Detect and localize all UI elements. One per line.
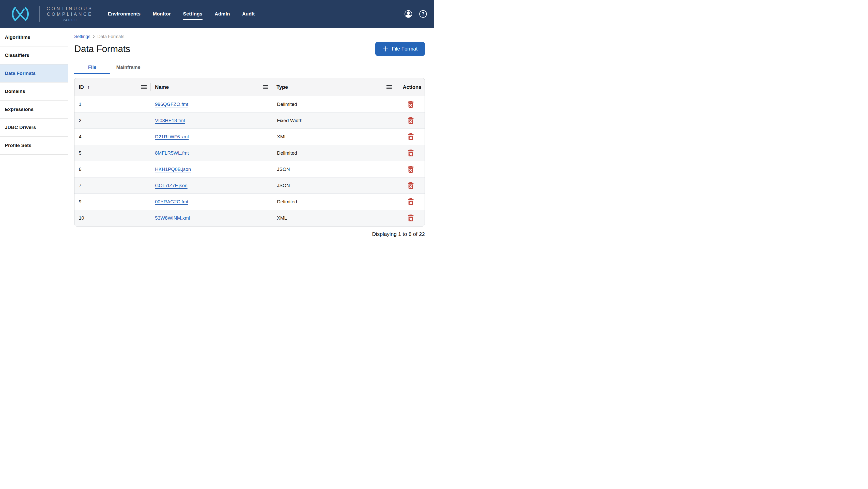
row-type: Delimited bbox=[277, 102, 297, 107]
svg-text:?: ? bbox=[422, 11, 424, 17]
cell-name: VI03HE18.fmt bbox=[151, 112, 272, 128]
add-button-label: File Format bbox=[392, 46, 417, 52]
nav-item-environments[interactable]: Environments bbox=[108, 10, 141, 18]
cell-name: GOL7IZ7F.json bbox=[151, 177, 272, 193]
sidebar-item-data-formats[interactable]: Data Formats bbox=[0, 64, 68, 83]
breadcrumb-settings-link[interactable]: Settings bbox=[74, 34, 90, 39]
top-navbar: CONTINUOUS COMPLIANCE 24.0.0.0 Environme… bbox=[0, 0, 434, 28]
page-title: Data Formats bbox=[74, 44, 130, 54]
nav-item-admin[interactable]: Admin bbox=[215, 10, 230, 18]
sidebar-item-jdbc-drivers[interactable]: JDBC Drivers bbox=[0, 119, 68, 137]
cell-id: 9 bbox=[74, 194, 151, 210]
delete-button[interactable] bbox=[407, 132, 415, 141]
row-name-link[interactable]: HKH1PQ0B.json bbox=[155, 167, 191, 172]
sort-ascending-icon[interactable]: ↑ bbox=[87, 84, 90, 90]
nav-item-audit[interactable]: Audit bbox=[242, 10, 255, 18]
row-id: 5 bbox=[79, 150, 82, 156]
table-row: 9 00YRAG2C.fmt Delimited bbox=[74, 194, 425, 210]
row-id: 10 bbox=[79, 215, 84, 221]
nav-item-settings[interactable]: Settings bbox=[183, 10, 203, 18]
cell-id: 4 bbox=[74, 129, 151, 145]
delete-button[interactable] bbox=[407, 165, 415, 174]
delete-button[interactable] bbox=[407, 100, 415, 109]
data-formats-table: ID ↑ Name Type bbox=[74, 78, 425, 226]
add-file-format-button[interactable]: File Format bbox=[375, 42, 425, 56]
row-type: Delimited bbox=[277, 150, 297, 156]
cell-id: 5 bbox=[74, 145, 151, 161]
cell-actions bbox=[396, 177, 425, 193]
pagination-status: Displaying 1 to 8 of 22 bbox=[74, 231, 425, 237]
column-menu-type-icon[interactable] bbox=[385, 84, 393, 90]
nav-item-monitor[interactable]: Monitor bbox=[153, 10, 171, 18]
column-menu-name-icon[interactable] bbox=[262, 84, 269, 90]
column-header-actions: Actions bbox=[396, 78, 425, 96]
table-row: 5 8MFLR5WL.fmt Delimited bbox=[74, 145, 425, 161]
sidebar: AlgorithmsClassifiersData FormatsDomains… bbox=[0, 28, 68, 244]
row-name-link[interactable]: VI03HE18.fmt bbox=[155, 118, 185, 123]
row-type: JSON bbox=[277, 167, 290, 172]
cell-actions bbox=[396, 96, 425, 112]
cell-actions bbox=[396, 129, 425, 145]
delete-button[interactable] bbox=[407, 181, 415, 190]
brand-divider bbox=[39, 6, 40, 22]
row-type: XML bbox=[277, 134, 287, 140]
cell-actions bbox=[396, 112, 425, 128]
row-id: 1 bbox=[79, 102, 82, 107]
cell-name: 996QGFZO.fmt bbox=[151, 96, 272, 112]
delete-button[interactable] bbox=[407, 214, 415, 223]
row-name-link[interactable]: GOL7IZ7F.json bbox=[155, 183, 188, 188]
sidebar-item-classifiers[interactable]: Classifiers bbox=[0, 46, 68, 64]
row-name-link[interactable]: D21RLWF6.xml bbox=[155, 134, 189, 140]
breadcrumb-current: Data Formats bbox=[97, 34, 124, 39]
tab-mainframe[interactable]: Mainframe bbox=[110, 61, 146, 74]
row-type: Fixed Width bbox=[277, 118, 302, 123]
tab-file[interactable]: File bbox=[74, 61, 110, 74]
row-type: XML bbox=[277, 215, 287, 221]
row-name-link[interactable]: 53W8WINM.xml bbox=[155, 215, 190, 221]
user-avatar-icon[interactable] bbox=[404, 10, 412, 18]
column-menu-id-icon[interactable] bbox=[140, 84, 148, 90]
sidebar-item-algorithms[interactable]: Algorithms bbox=[0, 28, 68, 46]
row-name-link[interactable]: 8MFLR5WL.fmt bbox=[155, 150, 189, 156]
version-label: 24.0.0.0 bbox=[63, 18, 76, 22]
cell-name: D21RLWF6.xml bbox=[151, 129, 272, 145]
table-row: 4 D21RLWF6.xml XML bbox=[74, 129, 425, 145]
table-row: 1 996QGFZO.fmt Delimited bbox=[74, 96, 425, 112]
cell-actions bbox=[396, 145, 425, 161]
column-label-id[interactable]: ID bbox=[79, 84, 84, 90]
help-icon[interactable]: ? bbox=[419, 10, 427, 18]
brand[interactable]: CONTINUOUS COMPLIANCE 24.0.0.0 bbox=[9, 6, 93, 22]
title-row: Data Formats File Format bbox=[74, 42, 425, 56]
sidebar-item-domains[interactable]: Domains bbox=[0, 83, 68, 101]
sidebar-item-expressions[interactable]: Expressions bbox=[0, 101, 68, 119]
cell-id: 1 bbox=[74, 96, 151, 112]
cell-type: JSON bbox=[272, 161, 396, 177]
main-content: Settings Data Formats Data Formats File … bbox=[68, 28, 434, 244]
delete-button[interactable] bbox=[407, 197, 415, 206]
plus-icon bbox=[383, 46, 389, 52]
column-label-actions: Actions bbox=[403, 84, 421, 90]
delete-button[interactable] bbox=[407, 149, 415, 158]
delete-button[interactable] bbox=[407, 116, 415, 125]
cell-type: XML bbox=[272, 210, 396, 226]
row-id: 4 bbox=[79, 134, 82, 140]
table-row: 2 VI03HE18.fmt Fixed Width bbox=[74, 112, 425, 129]
app-root: CONTINUOUS COMPLIANCE 24.0.0.0 Environme… bbox=[0, 0, 434, 244]
cell-name: 00YRAG2C.fmt bbox=[151, 194, 272, 210]
trash-icon bbox=[407, 133, 414, 141]
row-name-link[interactable]: 996QGFZO.fmt bbox=[155, 102, 188, 107]
delphix-logo-icon bbox=[9, 6, 32, 22]
column-label-name[interactable]: Name bbox=[155, 84, 169, 90]
table-row: 10 53W8WINM.xml XML bbox=[74, 210, 425, 226]
row-name-link[interactable]: 00YRAG2C.fmt bbox=[155, 199, 188, 205]
cell-name: 8MFLR5WL.fmt bbox=[151, 145, 272, 161]
trash-icon bbox=[407, 182, 414, 189]
cell-type: Delimited bbox=[272, 96, 396, 112]
main-nav: EnvironmentsMonitorSettingsAdminAudit bbox=[108, 10, 255, 18]
sidebar-item-profile-sets[interactable]: Profile Sets bbox=[0, 137, 68, 155]
table-row: 7 GOL7IZ7F.json JSON bbox=[74, 177, 425, 194]
trash-icon bbox=[407, 101, 414, 108]
column-label-type[interactable]: Type bbox=[276, 84, 288, 90]
cell-id: 2 bbox=[74, 112, 151, 128]
row-id: 6 bbox=[79, 167, 82, 172]
